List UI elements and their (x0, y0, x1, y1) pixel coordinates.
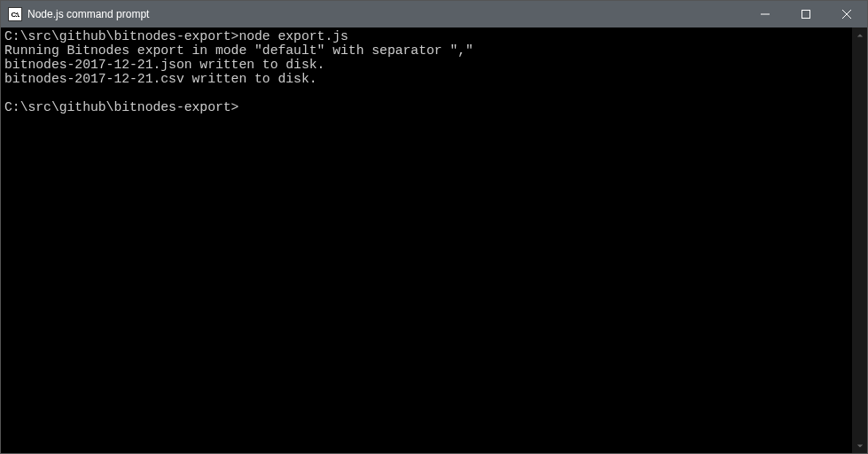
terminal-line: bitnodes-2017-12-21.json written to disk… (4, 58, 848, 72)
terminal-line: bitnodes-2017-12-21.csv written to disk. (4, 72, 848, 86)
terminal-output[interactable]: C:\src\github\bitnodes-export>node expor… (1, 27, 852, 453)
maximize-icon (802, 10, 810, 19)
terminal-line: C:\src\github\bitnodes-export>node expor… (4, 29, 848, 43)
maximize-button[interactable] (786, 1, 826, 27)
terminal-area: C:\src\github\bitnodes-export>node expor… (1, 27, 867, 453)
output-text: Running Bitnodes export in mode "default… (4, 43, 473, 58)
output-text: bitnodes-2017-12-21.json written to disk… (4, 58, 325, 72)
app-icon-text: C:\. (12, 11, 20, 19)
prompt: C:\src\github\bitnodes-export> (4, 100, 239, 114)
app-icon[interactable]: C:\. (8, 7, 22, 21)
minimize-icon (761, 10, 770, 19)
prompt: C:\src\github\bitnodes-export> (4, 29, 239, 43)
output-text: bitnodes-2017-12-21.csv written to disk. (4, 72, 317, 86)
chevron-down-icon (856, 442, 864, 450)
titlebar[interactable]: C:\. Node.js command prompt (1, 1, 867, 27)
output-text (4, 86, 12, 100)
terminal-line: Running Bitnodes export in mode "default… (4, 43, 848, 58)
minimize-button[interactable] (745, 1, 786, 27)
window-controls (745, 1, 867, 27)
terminal-line (4, 86, 848, 100)
scroll-up-button[interactable] (852, 27, 867, 43)
terminal-line: C:\src\github\bitnodes-export> (4, 100, 848, 114)
command-text: node export.js (239, 29, 348, 43)
scrollbar[interactable] (852, 27, 867, 453)
close-button[interactable] (826, 1, 867, 27)
window-title: Node.js command prompt (27, 8, 149, 20)
svg-rect-1 (802, 11, 810, 19)
close-icon (842, 10, 851, 19)
scroll-down-button[interactable] (852, 438, 867, 453)
scrollbar-track[interactable] (852, 43, 867, 438)
chevron-up-icon (856, 32, 864, 39)
